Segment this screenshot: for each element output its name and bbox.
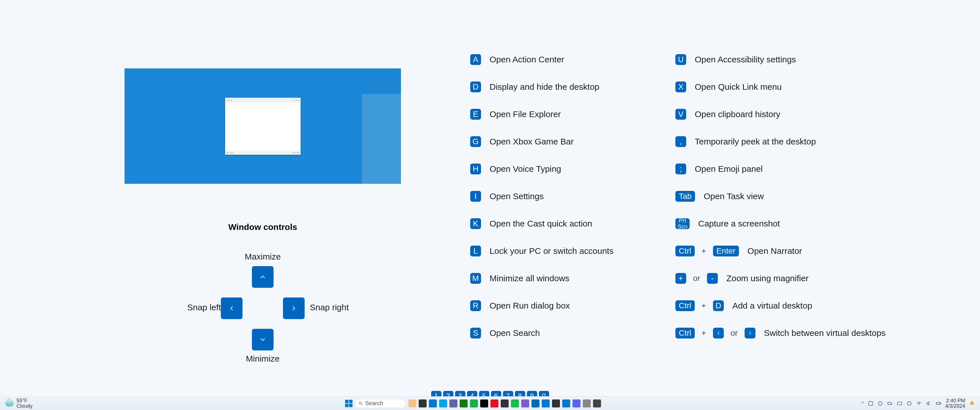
label-maximize: Maximize — [245, 252, 281, 262]
page-content: Window controls Maximize Snap left Snap … — [0, 0, 980, 410]
keycap: V — [675, 109, 686, 120]
taskbar-clock[interactable]: 2:40 PM 4/3/2024 — [945, 398, 965, 409]
shortcut-row: Ctrl+EnterOpen Narrator — [675, 246, 898, 256]
keycap: R — [470, 300, 481, 311]
window-controls-section: Window controls Maximize Snap left Snap … — [124, 222, 401, 366]
keycap: Tab — [675, 191, 695, 202]
cloud-icon — [5, 400, 14, 407]
taskbar-app-settings[interactable] — [583, 399, 591, 407]
arrow-right-key — [283, 297, 305, 319]
keycap: D — [470, 81, 481, 92]
illustration-window — [225, 98, 301, 155]
svg-rect-2 — [869, 402, 872, 405]
tray-overflow-icon[interactable]: ^ — [861, 401, 864, 406]
arrow-up-key — [252, 266, 274, 288]
taskbar-app-terminal[interactable] — [501, 399, 509, 407]
taskbar-app-discord[interactable] — [573, 399, 581, 407]
taskbar-apps — [408, 399, 601, 407]
taskbar-app-office[interactable] — [490, 399, 498, 407]
keycap: , — [675, 136, 686, 147]
taskbar-app-app2[interactable] — [531, 399, 539, 407]
svg-point-0 — [359, 402, 361, 404]
shortcut-description: Open Task view — [703, 191, 764, 201]
arrow-right-key — [745, 328, 756, 338]
taskbar-app-vscode[interactable] — [562, 399, 570, 407]
keycap: ; — [675, 164, 686, 174]
shortcut-description: Lock your PC or switch accounts — [490, 246, 614, 256]
label-snap-left: Snap left — [187, 303, 221, 312]
shortcut-description: Open Accessibility settings — [695, 55, 796, 64]
keycap: S — [470, 328, 481, 338]
svg-line-1 — [361, 404, 362, 405]
key-separator: or — [731, 329, 738, 338]
taskbar-app-notepad[interactable] — [552, 399, 560, 407]
keycap: H — [470, 164, 481, 174]
taskbar-app-outlook[interactable] — [439, 399, 447, 407]
arrow-left-key — [221, 297, 242, 319]
taskbar-app-xbox[interactable] — [460, 399, 468, 407]
svg-point-5 — [907, 402, 911, 405]
search-icon — [358, 401, 363, 406]
notification-icon[interactable] — [969, 400, 975, 406]
shortcut-description: Open File Explorer — [490, 110, 561, 119]
shortcut-row: ,Temporarily peek at the desktop — [675, 136, 898, 147]
shortcut-row: EOpen File Explorer — [470, 109, 664, 120]
keycap: E — [470, 109, 481, 120]
taskbar-app-app3[interactable] — [593, 399, 601, 407]
taskbar-app-vs[interactable] — [542, 399, 550, 407]
keycap: X — [675, 81, 686, 92]
battery-icon[interactable] — [935, 400, 941, 406]
tray-icon-2[interactable] — [877, 400, 883, 406]
chevron-down-icon — [259, 336, 266, 343]
shortcut-row: LLock your PC or switch accounts — [470, 246, 664, 256]
shortcut-description: Open Search — [490, 328, 540, 338]
wifi-icon[interactable] — [916, 400, 922, 406]
shortcut-description: Open Settings — [490, 191, 544, 201]
chevron-right-icon — [290, 305, 298, 312]
shortcut-description: Open Narrator — [748, 246, 802, 256]
chevron-up-icon — [259, 273, 266, 281]
taskbar-app-file-explorer[interactable] — [418, 399, 426, 407]
shortcut-description: Open Xbox Game Bar — [490, 137, 574, 146]
weather-condition: Cloudy — [16, 404, 32, 409]
taskbar-app-app1[interactable] — [521, 399, 529, 407]
keycap: A — [470, 54, 481, 65]
shortcut-row: Ctrl+orSwitch between virtual desktops — [675, 328, 898, 338]
shortcuts-column-1: AOpen Action CenterDDisplay and hide the… — [470, 54, 664, 338]
keycap: L — [470, 246, 481, 256]
volume-icon[interactable] — [926, 400, 932, 406]
taskbar-app-spotify[interactable] — [511, 399, 519, 407]
shortcut-description: Open Quick Link menu — [695, 82, 782, 92]
shortcut-row: UOpen Accessibility settings — [675, 54, 898, 65]
shortcut-row: MMinimize all windows — [470, 273, 664, 284]
taskbar-app-store[interactable] — [480, 399, 488, 407]
taskbar-search[interactable]: Search — [355, 399, 406, 408]
chevron-left-icon — [716, 330, 721, 336]
keycap: Ctrl — [675, 328, 695, 338]
label-snap-right: Snap right — [310, 303, 349, 312]
keycap: Ctrl — [675, 300, 695, 311]
shortcut-description: Open the Cast quick action — [490, 219, 592, 229]
shortcut-row: DDisplay and hide the desktop — [470, 81, 664, 92]
shortcut-description: Open clipboard history — [695, 110, 780, 119]
tray-icon-3[interactable] — [897, 400, 902, 406]
arrow-down-key — [252, 329, 274, 350]
shortcut-description: Display and hide the desktop — [490, 82, 599, 92]
taskbar-app-copilot[interactable] — [408, 399, 416, 407]
onedrive-icon[interactable] — [887, 400, 893, 406]
taskbar-app-teams[interactable] — [449, 399, 457, 407]
svg-rect-6 — [936, 402, 940, 404]
shortcut-row: ;Open Emoji panel — [675, 164, 898, 174]
weather-widget[interactable]: 55°F Cloudy — [5, 398, 32, 409]
shortcut-row: TabOpen Task view — [675, 191, 898, 202]
keycap: U — [675, 54, 686, 65]
taskbar-app-phone-link[interactable] — [470, 399, 478, 407]
tray-icon-1[interactable] — [868, 400, 873, 406]
taskbar-app-edge[interactable] — [429, 399, 437, 407]
shortcut-row: XOpen Quick Link menu — [675, 81, 898, 92]
shortcut-description: Zoom using magnifier — [726, 273, 808, 283]
start-button[interactable] — [345, 400, 353, 407]
tray-icon-4[interactable] — [907, 400, 912, 406]
taskbar[interactable]: 55°F Cloudy Search ^ 2:40 PM — [0, 396, 980, 410]
taskbar-center: Search — [86, 399, 860, 408]
